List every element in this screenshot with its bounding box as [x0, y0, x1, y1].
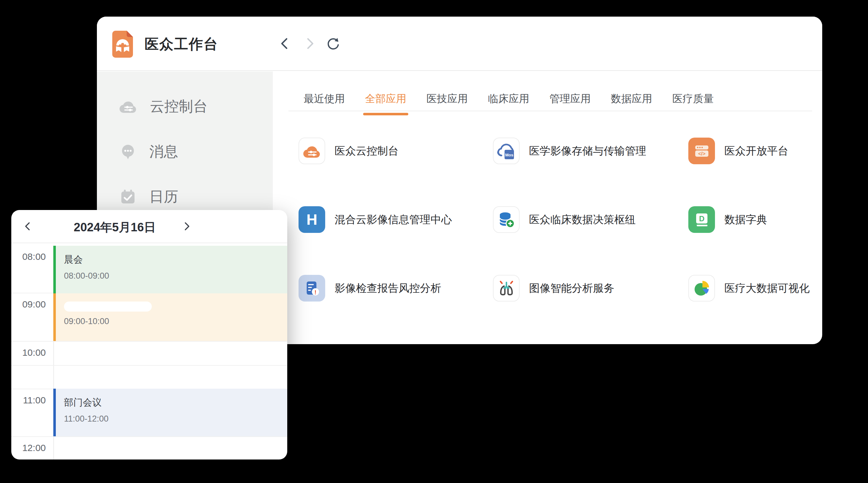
time-label: 12:00 [11, 437, 46, 453]
tab-data-apps[interactable]: 数据应用 [611, 92, 652, 114]
window-header: 医众工作台 [97, 17, 822, 71]
time-label: 10:00 [11, 342, 46, 358]
sidebar-item-label: 云控制台 [150, 97, 208, 116]
calendar-window: 2024年5月16日 08:00 09:00 10:00 11:00 12:00 [11, 210, 287, 459]
event-title: 晨会 [64, 253, 287, 266]
app-hybrid-cloud-imaging[interactable]: H 混合云影像信息管理中心 [299, 206, 493, 275]
cloud-sliders-icon [299, 138, 325, 164]
app-image-storage[interactable]: Mos 医学影像存储与传输管理 [493, 138, 688, 206]
sidebar-item-label: 日历 [149, 187, 178, 206]
tab-clinical-apps[interactable]: 临床应用 [488, 92, 529, 114]
svg-text:D: D [699, 215, 704, 223]
lungs-icon [493, 275, 520, 301]
app-label: 医学影像存储与传输管理 [529, 144, 646, 158]
calendar-header: 2024年5月16日 [11, 210, 287, 243]
calendar-prev-button[interactable] [21, 220, 34, 232]
app-grid: 医众云控制台 Mos 医学影像存储与传输管理 [299, 138, 810, 344]
event-department-meeting[interactable]: 部门会议 11:00-12:00 [53, 389, 287, 436]
forward-chevron-icon [304, 36, 316, 51]
tab-bar: 最近使用 全部应用 医技应用 临床应用 管理应用 数据应用 医疗质量 [273, 92, 822, 111]
app-logo-icon [112, 31, 133, 58]
app-data-dictionary[interactable]: D 数据字典 [688, 206, 810, 275]
forward-button[interactable] [303, 36, 318, 51]
sidebar-item-calendar[interactable]: 日历 [97, 184, 273, 210]
time-slot[interactable] [53, 437, 287, 459]
app-label: 医众云控制台 [335, 144, 399, 158]
h-letter-icon: H [299, 206, 325, 233]
refresh-icon [326, 36, 341, 51]
event-time: 08:00-09:00 [64, 271, 287, 281]
time-label: 08:00 [11, 246, 46, 262]
event-redacted[interactable]: 09:00-10:00 [53, 293, 287, 341]
cloud-console-icon [119, 100, 137, 114]
app-report-risk-analysis[interactable]: ! 影像检查报告风控分析 [299, 275, 493, 344]
app-label: 混合云影像信息管理中心 [335, 213, 452, 227]
tab-admin-apps[interactable]: 管理应用 [549, 92, 591, 114]
app-label: 图像智能分析服务 [529, 281, 614, 296]
calendar-body: 08:00 09:00 10:00 11:00 12:00 晨会 08:00-0… [11, 243, 287, 459]
calendar-icon [119, 188, 137, 205]
database-plus-icon [493, 206, 520, 233]
tab-quality[interactable]: 医疗质量 [672, 92, 714, 114]
event-morning-meeting[interactable]: 晨会 08:00-09:00 [53, 246, 287, 293]
cloud-storage-mos-icon: Mos [493, 138, 520, 164]
app-title: 医众工作台 [145, 35, 218, 54]
app-label: 医众临床数据决策枢纽 [529, 213, 636, 227]
refresh-button[interactable] [326, 36, 341, 51]
calendar-next-button[interactable] [181, 220, 193, 232]
app-label: 医众开放平台 [724, 144, 788, 158]
app-image-ai-analysis[interactable]: 图像智能分析服务 [493, 275, 688, 344]
chevron-left-icon [23, 221, 33, 232]
app-label: 影像检查报告风控分析 [335, 281, 441, 296]
app-cloud-console[interactable]: 医众云控制台 [299, 138, 493, 206]
event-time: 11:00-12:00 [64, 414, 287, 424]
back-chevron-icon [278, 36, 290, 51]
app-clinical-data-hub[interactable]: 医众临床数据决策枢纽 [493, 206, 688, 275]
event-title: 部门会议 [64, 396, 287, 409]
dictionary-book-icon: D [688, 206, 715, 233]
svg-text:Mos: Mos [505, 153, 513, 157]
calendar-row-1200: 12:00 [11, 436, 287, 459]
svg-text:!: ! [314, 289, 316, 296]
tab-all-apps[interactable]: 全部应用 [365, 92, 406, 114]
message-icon [119, 143, 137, 160]
app-label: 数据字典 [724, 213, 767, 227]
app-bigdata-visualization[interactable]: 医疗大数据可视化 [688, 275, 810, 344]
chevron-right-icon [182, 221, 192, 232]
time-slot[interactable] [53, 342, 287, 389]
back-button[interactable] [277, 36, 292, 51]
svg-text:</>: </> [698, 151, 705, 156]
event-title-placeholder [64, 301, 152, 312]
app-label: 医疗大数据可视化 [724, 281, 810, 296]
app-open-platform[interactable]: </> 医众开放平台 [688, 138, 810, 206]
report-alert-icon: ! [299, 275, 325, 301]
pie-chart-icon [688, 275, 715, 301]
calendar-row-1000: 10:00 [11, 341, 287, 389]
sidebar-item-label: 消息 [149, 142, 178, 161]
time-label: 09:00 [11, 293, 46, 310]
sidebar-item-messages[interactable]: 消息 [97, 139, 273, 164]
code-window-icon: </> [688, 138, 715, 164]
event-time: 09:00-10:00 [64, 317, 287, 326]
tab-recent[interactable]: 最近使用 [304, 92, 345, 114]
time-label: 11:00 [11, 389, 46, 406]
sidebar-item-cloud-console[interactable]: 云控制台 [97, 94, 273, 119]
calendar-date-title: 2024年5月16日 [49, 219, 181, 235]
tab-medtech-apps[interactable]: 医技应用 [427, 92, 468, 114]
